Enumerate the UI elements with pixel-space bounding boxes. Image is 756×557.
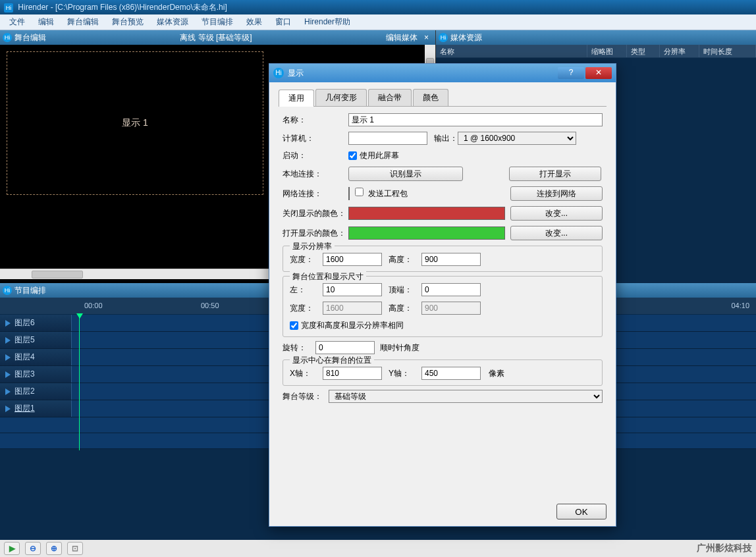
- close-icon[interactable]: ×: [420, 33, 433, 42]
- stage-pos-fieldset: 舞台位置和显示尺寸 左： 顶端： 宽度： 高度： 宽度和高度和显示分辨率相同: [283, 276, 603, 337]
- play-icon[interactable]: [5, 354, 11, 361]
- computer-input[interactable]: [348, 132, 427, 145]
- bottom-toolbar: ▶ ⊖ ⊕ ⊡ 广州影炫科技: [0, 540, 756, 557]
- watermark: 广州影炫科技: [697, 543, 752, 554]
- menu-media[interactable]: 媒体资源: [150, 14, 195, 30]
- media-table-header: 名称 缩略图 类型 分辨率 时间长度: [436, 45, 756, 58]
- playhead[interactable]: [79, 315, 80, 450]
- res-height-input[interactable]: [421, 253, 481, 266]
- output-select[interactable]: 1 @ 1600x900: [458, 132, 576, 145]
- pos-left-input[interactable]: [323, 283, 382, 296]
- stage-title: 舞台编辑: [14, 32, 46, 43]
- open-display-button[interactable]: 打开显示: [509, 167, 601, 181]
- use-screen-label: 使用此屏幕: [360, 150, 399, 161]
- dialog-icon: Hi: [273, 68, 284, 78]
- play-icon[interactable]: [5, 406, 11, 412]
- display-label: 显示 1: [122, 117, 148, 129]
- play-icon[interactable]: [5, 388, 11, 395]
- play-button[interactable]: ▶: [4, 542, 20, 555]
- dialog-titlebar[interactable]: Hi 显示 ? ✕: [269, 64, 616, 82]
- menu-stage-edit[interactable]: 舞台编辑: [61, 14, 105, 30]
- net-color-swatch: [348, 187, 350, 200]
- computer-label: 计算机：: [283, 133, 348, 144]
- menu-help[interactable]: Hirender帮助: [298, 14, 357, 30]
- pos-width-input: [323, 302, 382, 315]
- close-button[interactable]: ✕: [585, 67, 612, 79]
- stage-status: 离线 等级 [基础等级]: [46, 32, 386, 43]
- col-name[interactable]: 名称: [436, 45, 587, 57]
- time-mark: 00:00: [84, 302, 103, 309]
- tab-general[interactable]: 通用: [279, 90, 314, 107]
- panel-icon: Hi: [439, 33, 448, 42]
- time-mark: 04:10: [731, 302, 749, 309]
- open-color-swatch: [348, 226, 505, 240]
- timeline-title: 节目编排: [14, 285, 46, 296]
- enable-label: 启动：: [283, 150, 348, 161]
- fit-button[interactable]: ⊡: [67, 542, 83, 555]
- dialog-title: 显示: [288, 68, 304, 79]
- closed-color-label: 关闭显示的颜色：: [283, 208, 348, 219]
- display-dialog: Hi 显示 ? ✕ 通用 几何变形 融合带 颜色 名称： 计算机： 输出： 1 …: [269, 63, 616, 527]
- tab-blend[interactable]: 融合带: [368, 89, 412, 106]
- window-titlebar: Hi Hirender - [C:\Program Files (x86)\Hi…: [0, 0, 756, 14]
- window-title: Hirender - [C:\Program Files (x86)\Hiren…: [18, 3, 227, 12]
- pos-top-input[interactable]: [421, 283, 481, 296]
- closed-color-swatch: [348, 207, 505, 220]
- menu-window[interactable]: 窗口: [269, 14, 298, 30]
- change-closed-button[interactable]: 改变...: [510, 206, 603, 221]
- menu-program[interactable]: 节目编排: [195, 14, 240, 30]
- play-icon[interactable]: [5, 320, 11, 327]
- name-input[interactable]: [348, 113, 603, 126]
- panel-icon: Hi: [3, 33, 12, 42]
- media-title: 媒体资源: [450, 32, 482, 43]
- send-proj-checkbox[interactable]: [355, 188, 364, 196]
- time-mark: 00:50: [201, 302, 219, 309]
- name-label: 名称：: [283, 115, 348, 126]
- panel-icon: Hi: [3, 286, 12, 295]
- tab-color[interactable]: 颜色: [413, 89, 448, 106]
- local-conn-label: 本地连接：: [283, 169, 348, 180]
- open-color-label: 打开显示的颜色：: [283, 228, 348, 239]
- col-type[interactable]: 类型: [627, 45, 660, 57]
- stage-level-select[interactable]: 基础等级: [329, 390, 603, 403]
- app-icon: Hi: [4, 3, 13, 13]
- col-thumb[interactable]: 缩略图: [587, 45, 627, 57]
- pos-height-input: [421, 302, 481, 315]
- edit-media-link[interactable]: 编辑媒体: [386, 32, 420, 43]
- net-conn-label: 网络连接：: [283, 188, 348, 199]
- connect-net-button[interactable]: 连接到网络: [510, 186, 603, 201]
- use-screen-checkbox[interactable]: [348, 151, 357, 160]
- menu-effect[interactable]: 效果: [240, 14, 269, 30]
- play-icon[interactable]: [5, 337, 11, 344]
- rotate-input[interactable]: [315, 341, 375, 354]
- dialog-tabs: 通用 几何变形 融合带 颜色: [279, 89, 607, 107]
- menu-file[interactable]: 文件: [3, 14, 32, 30]
- change-open-button[interactable]: 改变...: [510, 226, 603, 240]
- zoom-in-button[interactable]: ⊕: [46, 542, 62, 555]
- help-button[interactable]: ?: [558, 67, 584, 79]
- zoom-out-button[interactable]: ⊖: [25, 542, 41, 555]
- col-res[interactable]: 分辨率: [660, 45, 699, 57]
- ok-button[interactable]: OK: [556, 504, 607, 519]
- center-y-input[interactable]: [421, 367, 481, 380]
- center-fieldset: 显示中心在舞台的位置 X轴： Y轴： 像素: [283, 359, 603, 386]
- col-duration[interactable]: 时间长度: [699, 45, 756, 57]
- menu-stage-preview[interactable]: 舞台预览: [105, 14, 150, 30]
- menu-edit[interactable]: 编辑: [32, 14, 61, 30]
- output-label: 输出：: [434, 133, 458, 144]
- center-x-input[interactable]: [323, 367, 382, 380]
- resolution-fieldset: 显示分辨率 宽度： 高度：: [283, 246, 603, 272]
- play-icon[interactable]: [5, 371, 11, 378]
- tab-geometry[interactable]: 几何变形: [315, 89, 367, 106]
- menu-bar: 文件 编辑 舞台编辑 舞台预览 媒体资源 节目编排 效果 窗口 Hirender…: [0, 14, 756, 30]
- identify-button[interactable]: 识别显示: [348, 167, 463, 181]
- res-width-input[interactable]: [323, 253, 382, 266]
- lock-wh-checkbox[interactable]: [290, 321, 298, 330]
- display-rect[interactable]: 显示 1: [7, 51, 263, 195]
